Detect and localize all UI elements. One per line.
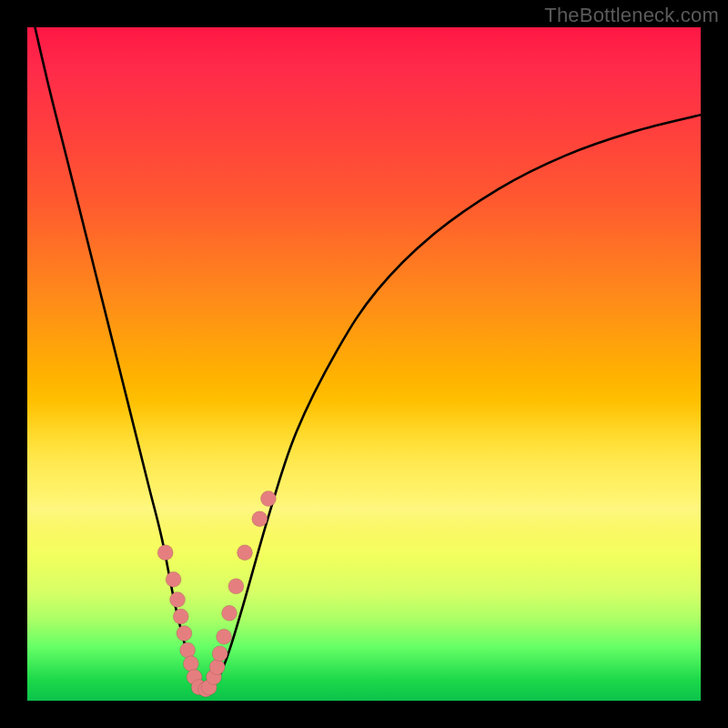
marker-dot	[209, 660, 225, 675]
marker-dot	[252, 511, 268, 527]
outer-frame: TheBottleneck.com	[0, 0, 728, 728]
marker-dot	[228, 579, 244, 594]
marker-dot	[157, 545, 173, 561]
marker-dot	[173, 609, 188, 624]
marker-dot	[170, 592, 186, 608]
watermark-text: TheBottleneck.com	[544, 4, 719, 27]
marker-dot	[260, 491, 276, 507]
marker-dot	[222, 605, 238, 621]
marker-dot	[166, 571, 181, 587]
marker-dot	[217, 629, 232, 644]
markers-group	[157, 491, 276, 697]
markers-layer	[27, 27, 701, 701]
marker-dot	[183, 656, 198, 672]
plot-area	[27, 27, 701, 701]
marker-dot	[177, 626, 192, 642]
marker-dot	[238, 545, 253, 561]
marker-dot	[212, 646, 228, 662]
marker-dot	[180, 642, 196, 658]
